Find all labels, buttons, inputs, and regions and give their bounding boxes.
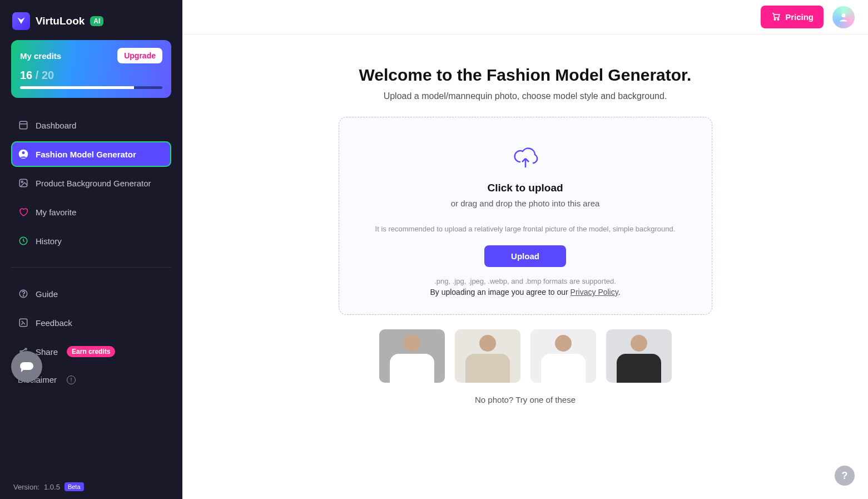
- sidebar-item-dashboard[interactable]: Dashboard: [11, 112, 171, 138]
- example-image-4[interactable]: [606, 329, 672, 383]
- heart-icon: [18, 206, 29, 218]
- supported-formats-text: .png, .jpg, .jpeg, .webp, and .bmp forma…: [359, 277, 692, 285]
- example-image-2[interactable]: [455, 329, 520, 383]
- sidebar-item-history[interactable]: History: [11, 228, 171, 254]
- dropzone-title: Click to upload: [359, 182, 692, 194]
- sidebar-item-label: Feedback: [36, 318, 72, 328]
- svg-point-10: [25, 348, 27, 350]
- agree-suffix: .: [618, 288, 621, 297]
- help-button[interactable]: ?: [835, 466, 855, 486]
- pricing-button[interactable]: Pricing: [761, 6, 824, 28]
- share-earn-credits-badge: Earn credits: [67, 346, 115, 357]
- svg-point-15: [842, 13, 846, 17]
- credits-used: 16: [20, 69, 32, 81]
- credits-title: My credits: [20, 51, 61, 61]
- page-title: Welcome to the Fashion Model Generator.: [205, 66, 846, 85]
- sidebar-item-label: Guide: [36, 289, 58, 299]
- sidebar-item-label: Product Background Generator: [36, 179, 151, 188]
- warning-icon: !: [67, 376, 76, 384]
- upgrade-button[interactable]: Upgrade: [117, 48, 162, 63]
- dropzone-subtitle: or drag and drop the photo into this are…: [359, 199, 692, 208]
- sidebar-item-my-favorite[interactable]: My favorite: [11, 199, 171, 225]
- sidebar-item-label: My favorite: [36, 207, 76, 217]
- svg-point-7: [23, 295, 23, 296]
- person-icon: [18, 149, 29, 160]
- upload-dropzone[interactable]: Click to upload or drag and drop the pho…: [339, 117, 712, 315]
- version-prefix: Version:: [13, 483, 39, 491]
- feedback-icon: [18, 317, 29, 328]
- example-thumbnails: [205, 329, 846, 383]
- svg-rect-0: [19, 121, 27, 129]
- beta-badge: Beta: [65, 482, 84, 491]
- sidebar-item-label: Fashion Model Generator: [36, 150, 136, 159]
- image-icon: [18, 177, 29, 189]
- version-value: 1.0.5: [44, 483, 60, 491]
- sidebar-item-product-background-generator[interactable]: Product Background Generator: [11, 170, 171, 196]
- dropzone-hint: It is recommended to upload a relatively…: [359, 225, 692, 233]
- svg-point-14: [778, 19, 779, 20]
- sidebar-item-guide[interactable]: Guide: [11, 281, 171, 307]
- svg-point-4: [21, 181, 23, 182]
- credits-progress-track: [20, 86, 162, 89]
- example-image-1[interactable]: [379, 329, 445, 383]
- svg-rect-12: [20, 362, 33, 370]
- cloud-upload-icon: [513, 146, 538, 172]
- chat-launcher-button[interactable]: [11, 351, 42, 382]
- credits-card: My credits Upgrade 16 / 20: [11, 40, 171, 98]
- agree-prefix: By uploading an image you agree to our: [430, 288, 570, 297]
- ai-badge: AI: [90, 16, 103, 26]
- upload-agreement-text: By uploading an image you agree to our P…: [359, 288, 692, 297]
- brand-name: VirtuLook: [36, 15, 85, 27]
- no-photo-hint: No photo? Try one of these: [205, 395, 846, 404]
- sidebar: VirtuLook AI My credits Upgrade 16 / 20 …: [0, 0, 182, 499]
- version-row: Version: 1.0.5 Beta: [11, 478, 171, 491]
- sidebar-nav: Dashboard Fashion Model Generator Produc…: [11, 112, 171, 392]
- user-avatar[interactable]: [832, 6, 855, 28]
- credits-total: 20: [42, 69, 54, 81]
- question-circle-icon: [18, 288, 29, 299]
- example-image-3[interactable]: [530, 329, 596, 383]
- svg-point-13: [775, 19, 776, 20]
- page-subtitle: Upload a model/mannequin photo, choose m…: [205, 91, 846, 101]
- credits-separator: /: [32, 69, 42, 81]
- brand-logo-icon: [12, 12, 30, 30]
- upload-button[interactable]: Upload: [484, 245, 566, 267]
- svg-point-2: [22, 151, 25, 154]
- privacy-policy-link[interactable]: Privacy Policy: [571, 288, 618, 297]
- sidebar-item-label: Share: [36, 347, 58, 357]
- nav-divider: [11, 267, 171, 268]
- sidebar-item-fashion-model-generator[interactable]: Fashion Model Generator: [11, 141, 171, 167]
- credits-values: 16 / 20: [20, 69, 162, 82]
- topbar: Pricing: [182, 0, 868, 34]
- brand-row: VirtuLook AI: [11, 10, 171, 40]
- credits-progress-fill: [20, 86, 134, 89]
- content: Welcome to the Fashion Model Generator. …: [182, 34, 868, 499]
- main: Pricing Welcome to the Fashion Model Gen…: [182, 0, 868, 499]
- svg-rect-3: [19, 179, 27, 187]
- sidebar-item-feedback[interactable]: Feedback: [11, 310, 171, 335]
- dashboard-icon: [18, 120, 29, 131]
- history-icon: [18, 235, 29, 246]
- sidebar-item-label: History: [36, 236, 62, 246]
- cart-icon: [771, 11, 781, 23]
- sidebar-item-label: Dashboard: [36, 121, 76, 130]
- pricing-button-label: Pricing: [785, 12, 814, 22]
